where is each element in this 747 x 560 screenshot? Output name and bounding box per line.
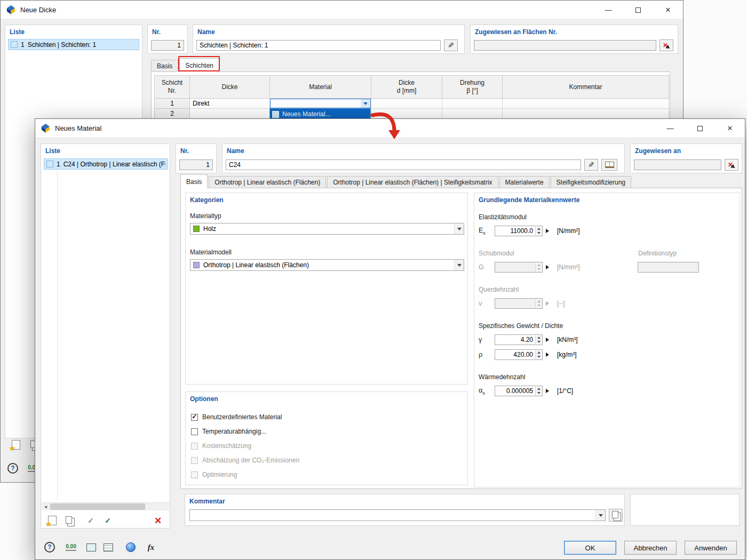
spinner[interactable] xyxy=(535,350,542,359)
window-controls: — ✕ xyxy=(655,119,745,138)
assigned-field[interactable] xyxy=(634,159,721,170)
rename-button[interactable]: ✎ xyxy=(444,39,458,51)
scrollbar-thumb[interactable] xyxy=(50,503,145,510)
kommentar-manage-button[interactable] xyxy=(609,509,623,522)
materialmodell-label: Materialmodell xyxy=(190,249,232,256)
dropdown-item-neues-material[interactable]: Neues Material... xyxy=(270,109,370,119)
row1-dicke-cell[interactable]: Direkt xyxy=(190,99,270,109)
nr-field[interactable]: 1 xyxy=(179,159,213,170)
tab-basis[interactable]: Basis xyxy=(180,174,208,188)
select-all-button[interactable]: ✓ xyxy=(84,514,98,527)
minimize-button[interactable]: — xyxy=(593,1,623,19)
tab-basis[interactable]: Basis xyxy=(151,60,178,72)
select-surfaces-button[interactable]: ✕ xyxy=(659,39,673,51)
row2-kommentar-cell[interactable] xyxy=(503,109,669,119)
delete-material-button[interactable]: ✕ xyxy=(151,514,165,527)
apply-button[interactable]: Anwenden xyxy=(685,541,737,555)
nr-label: Nr. xyxy=(152,28,161,36)
assigned-label: Zugewiesen an xyxy=(635,147,681,155)
neue-dicke-titlebar[interactable]: Neue Dicke — ✕ xyxy=(1,1,683,20)
tab-orthotrop[interactable]: Orthotrop | Linear elastisch (Flächen) xyxy=(209,176,326,188)
holz-color-chip xyxy=(193,226,200,232)
kommentar-combobox[interactable] xyxy=(189,509,606,521)
g-detail-button[interactable] xyxy=(543,261,552,273)
list-item-c24[interactable]: 1 C24 | Orthotrop | Linear elastisch (Fl… xyxy=(44,158,168,170)
rho-input[interactable]: 420.00 xyxy=(495,349,543,360)
name-field[interactable]: Schichten | Schichten: 1 xyxy=(196,40,441,51)
new-icon: ★ xyxy=(12,440,20,450)
spin-down-icon xyxy=(537,305,541,307)
tab-steifigkeitsmodifizierung[interactable]: Steifigkeitsmodifizierung xyxy=(551,176,631,188)
horizontal-scrollbar[interactable]: ◄ xyxy=(42,502,169,510)
name-field[interactable]: C24 xyxy=(226,159,581,170)
spinner[interactable] xyxy=(535,335,542,344)
window-controls: — ✕ xyxy=(593,1,683,19)
tab-materialwerte[interactable]: Materialwerte xyxy=(499,176,550,188)
row2-number[interactable]: 2 xyxy=(154,109,190,119)
schubmodul-label: Schubmodul xyxy=(479,250,514,257)
spinner xyxy=(535,299,542,308)
spinner[interactable] xyxy=(535,227,542,235)
render-view-button[interactable] xyxy=(124,540,138,554)
combo-arrow-button[interactable] xyxy=(454,260,464,270)
rename-button[interactable]: ✎ xyxy=(584,159,598,171)
option-benutzerdefiniertes-material[interactable]: ✓ Benutzerdefiniertes Material xyxy=(191,412,282,422)
row2-drehung-cell[interactable] xyxy=(442,109,503,119)
ex-input[interactable]: 11000.0 xyxy=(495,226,543,236)
row2-dicke-cell[interactable] xyxy=(190,109,270,119)
copy-material-button[interactable] xyxy=(62,514,76,527)
properties-button[interactable] xyxy=(101,540,115,554)
select-objects-button[interactable]: ✕ xyxy=(725,159,738,171)
col-material[interactable]: Material xyxy=(270,75,371,99)
alpha-input[interactable]: 0.000005 xyxy=(495,386,543,396)
ex-detail-button[interactable] xyxy=(543,225,552,237)
alpha-detail-button[interactable] xyxy=(543,385,552,397)
formula-button[interactable]: fx xyxy=(144,540,158,554)
nu-detail-button[interactable] xyxy=(543,298,552,309)
nr-field[interactable]: 1 xyxy=(151,40,184,51)
spinner[interactable] xyxy=(535,387,542,395)
col-dicke[interactable]: Dicke xyxy=(190,75,270,99)
help-button[interactable]: ? xyxy=(43,540,57,554)
cancel-button[interactable]: Abbrechen xyxy=(624,541,677,555)
gamma-detail-button[interactable] xyxy=(543,334,552,346)
close-button[interactable]: ✕ xyxy=(715,119,745,138)
list-item-number: 1 xyxy=(57,161,60,168)
col-schicht-nr[interactable]: SchichtNr. xyxy=(154,75,190,99)
gamma-input[interactable]: 4.20 xyxy=(495,334,543,345)
option-label: Kostenschätzung xyxy=(202,442,251,450)
row1-drehung-cell[interactable] xyxy=(442,99,503,109)
assigned-field[interactable] xyxy=(474,40,656,51)
rho-detail-button[interactable] xyxy=(543,349,552,361)
row1-dicke-d-cell[interactable] xyxy=(371,99,442,109)
select-used-button[interactable]: ✓ xyxy=(101,514,115,527)
combo-arrow-button[interactable] xyxy=(454,223,464,234)
new-item-button[interactable]: ★ xyxy=(9,438,23,452)
col-drehung[interactable]: Drehungβ [°] xyxy=(442,75,503,99)
materialmodell-select[interactable]: Orthotrop | Linear elastisch (Flächen) xyxy=(190,259,464,271)
col-dicke-d[interactable]: Dicked [mm] xyxy=(371,75,442,99)
combo-arrow-button[interactable] xyxy=(361,99,370,108)
maximize-button[interactable] xyxy=(623,1,653,19)
materialtyp-select[interactable]: Holz xyxy=(190,223,464,235)
display-settings-button[interactable] xyxy=(84,540,98,554)
help-button[interactable]: ? xyxy=(6,461,20,475)
row1-number[interactable]: 1 xyxy=(154,99,190,109)
minimize-button[interactable]: — xyxy=(655,119,685,138)
ok-button[interactable]: OK xyxy=(564,541,616,555)
maximize-button[interactable] xyxy=(685,119,715,138)
units-button[interactable]: 0.00 xyxy=(64,540,78,554)
tab-steifigkeitsmatrix[interactable]: Orthotrop | Linear elastisch (Flächen) |… xyxy=(327,176,498,188)
new-material-button[interactable]: ★ xyxy=(45,514,59,527)
close-button[interactable]: ✕ xyxy=(653,1,683,19)
material-icon xyxy=(272,111,279,118)
material-combobox[interactable] xyxy=(270,99,371,108)
list-item-schichten[interactable]: 1 Schichten | Schichten: 1 xyxy=(8,39,139,50)
material-library-button[interactable] xyxy=(601,159,617,171)
combo-arrow-button[interactable] xyxy=(595,510,605,521)
option-temperaturabhaengig[interactable]: Temperaturabhängig... xyxy=(191,427,266,436)
row1-kommentar-cell[interactable] xyxy=(503,99,669,109)
scroll-left-button[interactable]: ◄ xyxy=(42,503,50,510)
materialtyp-value: Holz xyxy=(203,225,216,233)
col-kommentar[interactable]: Kommentar xyxy=(503,75,669,99)
